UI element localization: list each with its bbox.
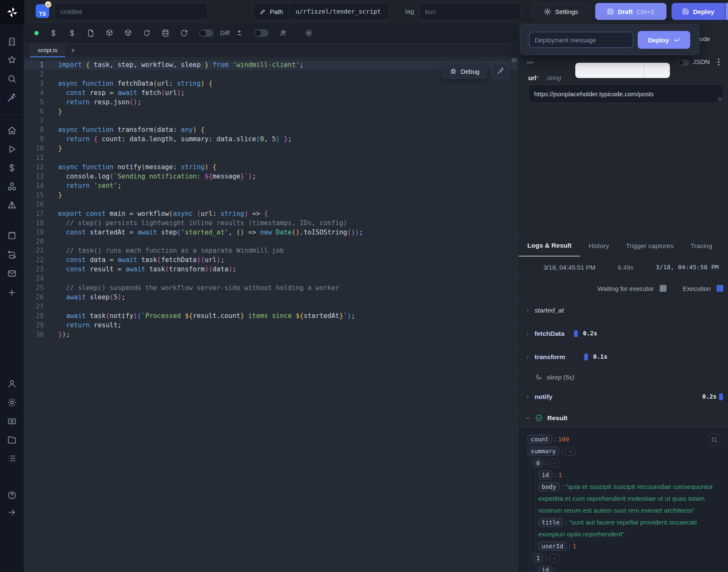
json-key[interactable]: body	[538, 482, 560, 491]
code-line-8: 8async function transform(data: any) {	[24, 126, 518, 135]
step-row-started_at[interactable]: started_at	[518, 299, 728, 322]
result-tab-trigger-captures[interactable]: Trigger captures	[617, 235, 682, 257]
json-key[interactable]: count	[527, 435, 552, 444]
json-key[interactable]: id	[538, 470, 552, 480]
code-line-24: 24	[24, 274, 518, 284]
json-number-value: 1	[558, 472, 562, 478]
code-line-23: 23 const result = await task(transform)(…	[24, 265, 518, 274]
windmill-logo[interactable]	[0, 0, 24, 24]
deploy-options-button[interactable]	[725, 3, 728, 20]
rotate-icon[interactable]	[143, 29, 151, 37]
sidebar-item-collapse[interactable]	[7, 508, 17, 517]
step-row-notify[interactable]: notify0.2s	[518, 385, 728, 409]
path-control[interactable]: Path u/rfiszel/tender_script	[253, 3, 389, 20]
secret-variable-icon[interactable]	[68, 29, 76, 37]
sidebar-item-search[interactable]	[7, 74, 17, 84]
code-line-29: 29 return result;	[24, 321, 518, 330]
json-collapse-toggle[interactable]: -	[549, 459, 560, 468]
collaboration-toggle[interactable]	[254, 29, 269, 37]
database-icon[interactable]	[162, 29, 169, 37]
json-key[interactable]: userId	[538, 541, 567, 551]
json-search-button[interactable]	[708, 433, 720, 446]
file-icon[interactable]	[87, 29, 95, 37]
sidebar-item-create[interactable]	[7, 288, 17, 297]
sidebar-item-workspace[interactable]	[7, 37, 17, 46]
edit-path-button[interactable]: Path	[253, 3, 289, 20]
messages-icon	[7, 269, 17, 278]
variable-icon[interactable]	[50, 29, 57, 37]
json-key[interactable]: summary	[527, 446, 559, 456]
sidebar-item-messages[interactable]	[7, 269, 17, 278]
typescript-badge: TS	[36, 4, 49, 18]
sidebar-item-workers[interactable]	[7, 416, 17, 426]
refresh-icon[interactable]	[180, 29, 188, 37]
sidebar-item-favorites[interactable]	[7, 55, 17, 64]
draft-label: Draft	[618, 8, 633, 15]
panel-drag-handle[interactable]	[526, 61, 534, 64]
sidebar-item-home[interactable]	[7, 126, 17, 135]
debug-button[interactable]: Debug	[442, 64, 487, 79]
kebab-menu-icon[interactable]	[714, 57, 723, 67]
code-line-3: 3async function fetchData(url: string) {	[24, 79, 518, 89]
resources-icon	[7, 182, 17, 191]
popup-deploy-button[interactable]: Deploy	[638, 31, 690, 49]
settings-button[interactable]: Settings	[532, 3, 590, 20]
save-draft-button[interactable]: Draft Ctrl+S	[595, 3, 666, 20]
json-collapse-toggle[interactable]: -	[549, 554, 560, 563]
sidebar-item-runs[interactable]	[7, 145, 17, 154]
waiting-legend-label: Waiting for executor	[597, 285, 654, 292]
result-tab-history[interactable]: History	[580, 235, 617, 257]
package-icon[interactable]	[124, 29, 132, 37]
new-tab-button[interactable]: +	[65, 44, 81, 57]
result-tab-tracing[interactable]: Tracing	[682, 235, 721, 257]
tab-script-ts[interactable]: script.ts	[30, 44, 65, 57]
code-lines: 1import { task, step, workflow, sleep } …	[24, 58, 518, 340]
step-name: started_at	[535, 307, 564, 314]
enter-icon	[673, 36, 680, 43]
collapse-icon	[7, 508, 17, 517]
json-key[interactable]: id	[538, 565, 552, 572]
sidebar-item-variables[interactable]	[7, 163, 17, 173]
schema-field-label: url* string	[528, 74, 561, 81]
sidebar-item-schedules[interactable]	[7, 231, 17, 240]
url-field[interactable]: https://jsonplaceholder.typicode.com/pos…	[528, 84, 724, 103]
code-line-4: 4 const resp = await fetch(url);	[24, 89, 518, 98]
editor-settings-icon[interactable]	[305, 29, 313, 37]
waiting-swatch	[660, 285, 666, 292]
sidebar-item-account[interactable]	[7, 379, 17, 388]
json-collapse-toggle[interactable]: -	[565, 447, 575, 456]
debug-label: Debug	[461, 68, 479, 75]
json-toggle[interactable]	[678, 60, 689, 66]
chevron-right-icon	[525, 308, 530, 313]
deployment-message-input[interactable]: Deployment message	[529, 32, 633, 48]
json-key[interactable]: title	[538, 518, 563, 527]
run-end-time: 3/18, 04:45:58 PM	[656, 264, 719, 271]
package-icon[interactable]	[106, 29, 113, 37]
test-button[interactable]	[575, 63, 670, 78]
sidebar-item-help[interactable]	[7, 491, 17, 500]
step-row-fetchData[interactable]: fetchData0.2s	[518, 322, 728, 346]
result-row[interactable]: Result	[518, 409, 728, 427]
sidebar-item-flows[interactable]	[7, 250, 17, 259]
sidebar-item-ai-assistant[interactable]	[7, 93, 17, 102]
sidebar	[0, 0, 24, 572]
script-title-input[interactable]: Untitled	[54, 3, 208, 20]
sidebar-item-folders[interactable]	[7, 435, 17, 444]
code-editor[interactable]: 1import { task, step, workflow, sleep } …	[24, 58, 518, 572]
result-tab-logs-result[interactable]: Logs & Result	[519, 235, 580, 257]
chevron-right-icon	[525, 354, 530, 360]
sidebar-item-resources[interactable]	[7, 182, 17, 191]
sidebar-item-groups[interactable]	[7, 454, 17, 463]
run-duration: 6.49s	[618, 264, 633, 271]
tag-input[interactable]: bun	[419, 3, 521, 20]
step-row-transform[interactable]: transform0.1s	[518, 346, 728, 369]
ai-fix-button[interactable]	[492, 64, 508, 79]
editor-scrollbar[interactable]	[512, 59, 517, 62]
deploy-button[interactable]: Deploy	[672, 3, 725, 20]
diff-toggle[interactable]	[199, 29, 213, 37]
sidebar-item-assets[interactable]	[7, 201, 17, 210]
result-json-viewer: count:100summary:-0:-id:1body:"quia et s…	[518, 427, 728, 572]
json-key[interactable]: 0	[533, 458, 543, 468]
sidebar-item-settings[interactable]	[7, 398, 17, 407]
json-key[interactable]: 1	[533, 553, 543, 563]
